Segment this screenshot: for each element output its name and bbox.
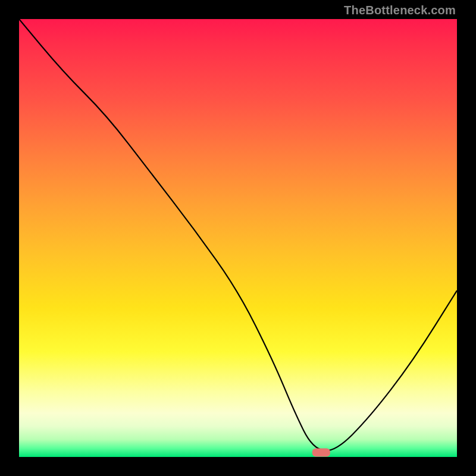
bottleneck-curve <box>19 19 457 450</box>
chart-frame: TheBottleneck.com <box>0 0 476 476</box>
optimal-point-marker <box>312 449 330 457</box>
watermark-text: TheBottleneck.com <box>344 4 456 17</box>
curve-layer <box>19 19 457 457</box>
plot-area <box>19 19 457 457</box>
